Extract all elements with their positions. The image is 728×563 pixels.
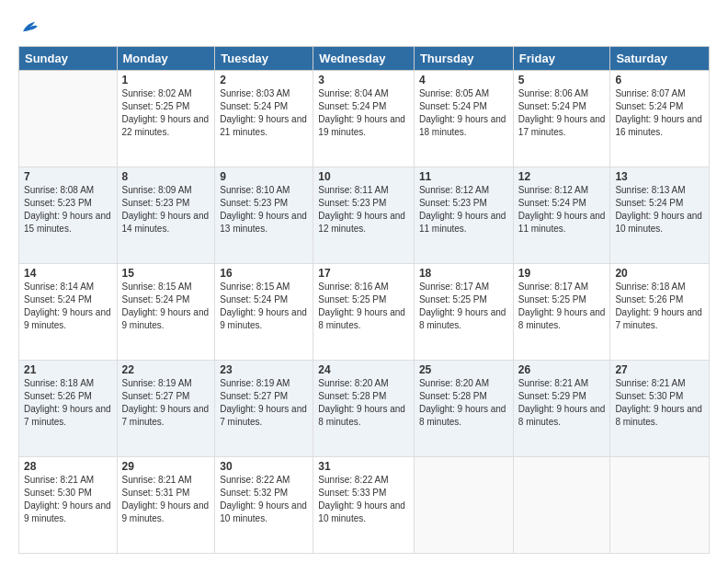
day-info: Sunrise: 8:13 AMSunset: 5:24 PMDaylight:… [615, 184, 704, 236]
page: SundayMondayTuesdayWednesdayThursdayFrid… [0, 0, 728, 563]
day-info: Sunrise: 8:21 AMSunset: 5:30 PMDaylight:… [24, 474, 112, 525]
logo [18, 17, 40, 37]
calendar-day-cell: 8Sunrise: 8:09 AMSunset: 5:23 PMDaylight… [117, 167, 215, 264]
calendar-day-cell: 11Sunrise: 8:12 AMSunset: 5:23 PMDayligh… [414, 167, 513, 264]
calendar-day-cell: 24Sunrise: 8:20 AMSunset: 5:28 PMDayligh… [313, 361, 415, 457]
day-info: Sunrise: 8:18 AMSunset: 5:26 PMDaylight:… [24, 377, 112, 429]
calendar-day-cell [19, 71, 118, 167]
calendar-week-row: 7Sunrise: 8:08 AMSunset: 5:23 PMDaylight… [19, 167, 710, 264]
day-number: 8 [122, 170, 210, 183]
day-number: 30 [220, 460, 308, 473]
day-number: 3 [318, 74, 409, 86]
day-number: 9 [220, 170, 308, 183]
day-number: 23 [220, 363, 308, 376]
day-info: Sunrise: 8:16 AMSunset: 5:25 PMDaylight:… [318, 281, 409, 332]
day-info: Sunrise: 8:22 AMSunset: 5:32 PMDaylight:… [220, 474, 308, 525]
calendar-day-cell: 3Sunrise: 8:04 AMSunset: 5:24 PMDaylight… [313, 71, 415, 167]
day-number: 2 [220, 74, 308, 86]
day-number: 13 [615, 170, 704, 183]
day-number: 18 [419, 267, 508, 280]
day-number: 25 [419, 363, 508, 376]
calendar-day-cell: 7Sunrise: 8:08 AMSunset: 5:23 PMDaylight… [19, 167, 118, 264]
day-number: 31 [318, 460, 409, 473]
header [18, 17, 710, 37]
calendar-day-cell: 4Sunrise: 8:05 AMSunset: 5:24 PMDaylight… [414, 71, 513, 167]
day-number: 1 [122, 74, 210, 86]
day-info: Sunrise: 8:09 AMSunset: 5:23 PMDaylight:… [122, 184, 210, 236]
day-number: 17 [318, 267, 409, 280]
calendar-week-row: 21Sunrise: 8:18 AMSunset: 5:26 PMDayligh… [19, 361, 710, 457]
day-number: 12 [518, 170, 606, 183]
calendar-day-cell: 14Sunrise: 8:14 AMSunset: 5:24 PMDayligh… [19, 264, 118, 361]
day-number: 16 [220, 267, 308, 280]
day-info: Sunrise: 8:04 AMSunset: 5:24 PMDaylight:… [318, 87, 409, 139]
day-info: Sunrise: 8:11 AMSunset: 5:23 PMDaylight:… [318, 184, 409, 236]
calendar-week-row: 28Sunrise: 8:21 AMSunset: 5:30 PMDayligh… [19, 457, 710, 554]
day-number: 28 [24, 460, 112, 473]
day-info: Sunrise: 8:21 AMSunset: 5:30 PMDaylight:… [615, 377, 704, 429]
calendar-day-cell: 15Sunrise: 8:15 AMSunset: 5:24 PMDayligh… [117, 264, 215, 361]
weekday-header-wednesday: Wednesday [313, 47, 415, 71]
calendar-day-cell: 30Sunrise: 8:22 AMSunset: 5:32 PMDayligh… [215, 457, 313, 554]
day-number: 26 [518, 363, 606, 376]
day-info: Sunrise: 8:22 AMSunset: 5:33 PMDaylight:… [318, 474, 409, 525]
calendar-day-cell: 29Sunrise: 8:21 AMSunset: 5:31 PMDayligh… [117, 457, 215, 554]
calendar-table: SundayMondayTuesdayWednesdayThursdayFrid… [18, 46, 710, 554]
day-info: Sunrise: 8:12 AMSunset: 5:23 PMDaylight:… [419, 184, 508, 236]
day-info: Sunrise: 8:21 AMSunset: 5:31 PMDaylight:… [122, 474, 210, 525]
day-info: Sunrise: 8:20 AMSunset: 5:28 PMDaylight:… [419, 377, 508, 429]
calendar-day-cell: 19Sunrise: 8:17 AMSunset: 5:25 PMDayligh… [513, 264, 610, 361]
calendar-day-cell: 5Sunrise: 8:06 AMSunset: 5:24 PMDaylight… [513, 71, 610, 167]
day-info: Sunrise: 8:08 AMSunset: 5:23 PMDaylight:… [24, 184, 112, 236]
day-number: 21 [24, 363, 112, 376]
day-info: Sunrise: 8:15 AMSunset: 5:24 PMDaylight:… [122, 281, 210, 332]
calendar-header-row: SundayMondayTuesdayWednesdayThursdayFrid… [19, 47, 710, 71]
calendar-day-cell: 28Sunrise: 8:21 AMSunset: 5:30 PMDayligh… [19, 457, 118, 554]
day-info: Sunrise: 8:17 AMSunset: 5:25 PMDaylight:… [518, 281, 606, 332]
day-number: 7 [24, 170, 112, 183]
calendar-day-cell: 18Sunrise: 8:17 AMSunset: 5:25 PMDayligh… [414, 264, 513, 361]
calendar-week-row: 14Sunrise: 8:14 AMSunset: 5:24 PMDayligh… [19, 264, 710, 361]
day-number: 29 [122, 460, 210, 473]
calendar-day-cell: 16Sunrise: 8:15 AMSunset: 5:24 PMDayligh… [215, 264, 313, 361]
calendar-day-cell: 22Sunrise: 8:19 AMSunset: 5:27 PMDayligh… [117, 361, 215, 457]
day-info: Sunrise: 8:02 AMSunset: 5:25 PMDaylight:… [122, 87, 210, 139]
calendar-day-cell: 23Sunrise: 8:19 AMSunset: 5:27 PMDayligh… [215, 361, 313, 457]
weekday-header-friday: Friday [513, 47, 610, 71]
day-info: Sunrise: 8:21 AMSunset: 5:29 PMDaylight:… [518, 377, 606, 429]
day-number: 15 [122, 267, 210, 280]
day-info: Sunrise: 8:14 AMSunset: 5:24 PMDaylight:… [24, 281, 112, 332]
day-number: 27 [615, 363, 704, 376]
calendar-week-row: 1Sunrise: 8:02 AMSunset: 5:25 PMDaylight… [19, 71, 710, 167]
day-number: 4 [419, 74, 508, 86]
calendar-day-cell: 13Sunrise: 8:13 AMSunset: 5:24 PMDayligh… [610, 167, 710, 264]
day-info: Sunrise: 8:15 AMSunset: 5:24 PMDaylight:… [220, 281, 308, 332]
weekday-header-monday: Monday [117, 47, 215, 71]
day-info: Sunrise: 8:19 AMSunset: 5:27 PMDaylight:… [220, 377, 308, 429]
day-number: 6 [615, 74, 704, 86]
calendar-day-cell [414, 457, 513, 554]
calendar-day-cell [513, 457, 610, 554]
weekday-header-sunday: Sunday [19, 47, 118, 71]
day-info: Sunrise: 8:03 AMSunset: 5:24 PMDaylight:… [220, 87, 308, 139]
day-number: 22 [122, 363, 210, 376]
day-number: 10 [318, 170, 409, 183]
calendar-day-cell [610, 457, 710, 554]
day-number: 14 [24, 267, 112, 280]
calendar-day-cell: 26Sunrise: 8:21 AMSunset: 5:29 PMDayligh… [513, 361, 610, 457]
day-info: Sunrise: 8:18 AMSunset: 5:26 PMDaylight:… [615, 281, 704, 332]
weekday-header-saturday: Saturday [610, 47, 710, 71]
day-number: 19 [518, 267, 606, 280]
day-info: Sunrise: 8:06 AMSunset: 5:24 PMDaylight:… [518, 87, 606, 139]
calendar-day-cell: 20Sunrise: 8:18 AMSunset: 5:26 PMDayligh… [610, 264, 710, 361]
day-info: Sunrise: 8:10 AMSunset: 5:23 PMDaylight:… [220, 184, 308, 236]
calendar-day-cell: 12Sunrise: 8:12 AMSunset: 5:24 PMDayligh… [513, 167, 610, 264]
logo-bird-icon [20, 17, 40, 37]
day-number: 20 [615, 267, 704, 280]
calendar-day-cell: 2Sunrise: 8:03 AMSunset: 5:24 PMDaylight… [215, 71, 313, 167]
day-info: Sunrise: 8:19 AMSunset: 5:27 PMDaylight:… [122, 377, 210, 429]
calendar-day-cell: 9Sunrise: 8:10 AMSunset: 5:23 PMDaylight… [215, 167, 313, 264]
calendar-day-cell: 31Sunrise: 8:22 AMSunset: 5:33 PMDayligh… [313, 457, 415, 554]
calendar-day-cell: 25Sunrise: 8:20 AMSunset: 5:28 PMDayligh… [414, 361, 513, 457]
calendar-day-cell: 17Sunrise: 8:16 AMSunset: 5:25 PMDayligh… [313, 264, 415, 361]
